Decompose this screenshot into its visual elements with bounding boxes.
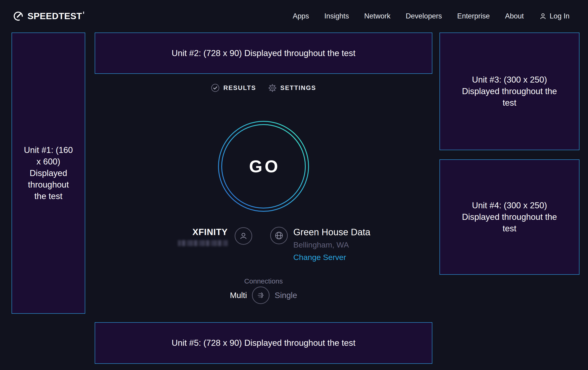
go-button[interactable]: GO <box>218 121 309 212</box>
speedtest-logo[interactable]: SPEEDTEST <box>13 11 84 22</box>
tab-settings[interactable]: SETTINGS <box>268 84 316 92</box>
nav-item-apps[interactable]: Apps <box>293 12 309 20</box>
ad-unit-4-rectangle[interactable]: Unit #4: (300 x 250) Displayed throughou… <box>440 160 579 275</box>
server-name: Green House Data <box>293 227 370 237</box>
results-settings-tabs: RESULTS <box>95 83 432 92</box>
ad-unit-4-text: Unit #4: (300 x 250) Displayed throughou… <box>460 200 559 234</box>
nav-item-developers[interactable]: Developers <box>406 12 442 20</box>
nav-item-insights[interactable]: Insights <box>324 12 349 20</box>
connections-toggle-row: Multi Single <box>95 287 432 304</box>
speedtest-gauge-icon <box>13 11 24 22</box>
censored-ip-address <box>178 240 228 246</box>
tab-results-label: RESULTS <box>223 84 256 91</box>
isp-user-circle-icon <box>235 227 252 245</box>
tab-results[interactable]: RESULTS <box>211 83 256 92</box>
connections-title: Connections <box>95 277 432 285</box>
globe-icon <box>270 227 288 244</box>
speedtest-page: SPEEDTEST Apps Insights Network Develope… <box>0 0 588 370</box>
nav-item-about[interactable]: About <box>505 12 524 20</box>
ad-unit-3-text: Unit #3: (300 x 250) Displayed throughou… <box>460 74 559 109</box>
top-nav-bar: SPEEDTEST Apps Insights Network Develope… <box>0 0 588 32</box>
connections-toggle-icon[interactable] <box>252 287 270 304</box>
nav-item-network[interactable]: Network <box>364 12 390 20</box>
tab-settings-label: SETTINGS <box>280 84 316 91</box>
ad-unit-5-leaderboard[interactable]: Unit #5: (728 x 90) Displayed throughout… <box>95 322 432 364</box>
speedtest-main-panel: RESULTS <box>95 32 432 323</box>
gear-icon <box>268 84 277 92</box>
connections-multi-option[interactable]: Multi <box>230 291 247 300</box>
main-nav: Apps Insights Network Developers Enterpr… <box>293 12 569 20</box>
check-circle-icon <box>211 83 220 92</box>
server-location: Bellingham, WA <box>293 240 349 249</box>
nav-item-enterprise[interactable]: Enterprise <box>457 12 490 20</box>
go-button-label: GO <box>218 121 309 212</box>
ad-unit-1-text: Unit #1: (160 x 600) Displayed throughou… <box>23 144 73 202</box>
connections-single-option[interactable]: Single <box>275 291 297 300</box>
user-icon <box>539 12 547 20</box>
login-label: Log In <box>550 12 569 20</box>
change-server-link[interactable]: Change Server <box>293 253 346 262</box>
logo-wordmark: SPEEDTEST <box>28 11 82 21</box>
isp-name: XFINITY <box>192 227 228 237</box>
isp-info-block: XFINITY <box>178 227 252 246</box>
ad-unit-5-text: Unit #5: (728 x 90) Displayed throughout… <box>172 337 356 349</box>
ad-unit-3-rectangle[interactable]: Unit #3: (300 x 250) Displayed throughou… <box>440 32 579 150</box>
trademark-tick <box>83 11 84 14</box>
ad-unit-1-skyscraper[interactable]: Unit #1: (160 x 600) Displayed throughou… <box>11 32 85 314</box>
login-button[interactable]: Log In <box>539 12 569 20</box>
server-info-block: Green House Data Bellingham, WA Change S… <box>270 227 370 262</box>
